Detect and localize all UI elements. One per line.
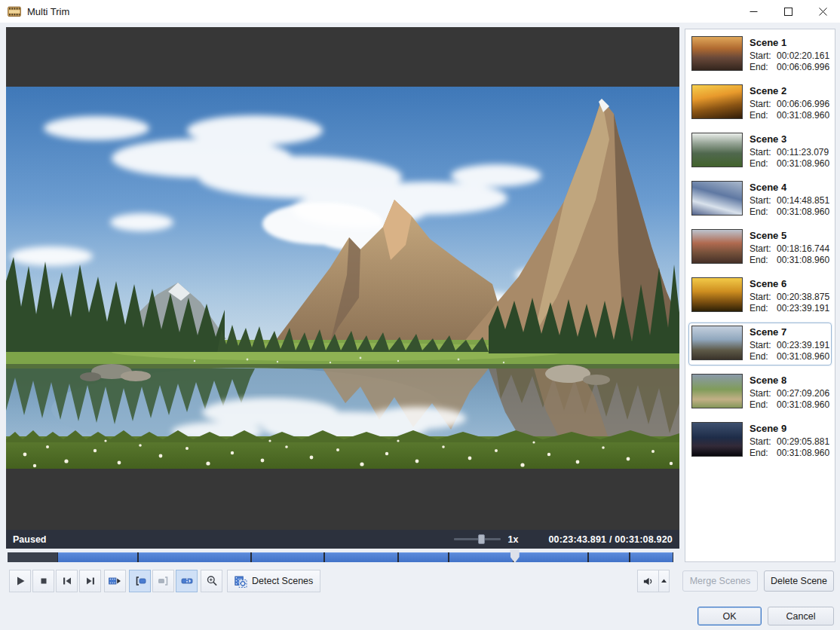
scene-title: Scene 2 (750, 85, 829, 96)
scene-start-time: 00:06:06.996 (777, 99, 829, 109)
multi-trim-dialog: { "window": { "title": "Multi Trim", "co… (0, 0, 840, 630)
scene-start-time: 00:29:05.881 (777, 436, 829, 447)
close-button[interactable] (805, 0, 840, 23)
scene-end-time: 00:31:08.960 (777, 110, 829, 121)
scene-end-time: 00:31:08.960 (777, 158, 829, 169)
timeline-track[interactable] (8, 552, 673, 562)
scene-item-5[interactable]: Scene 5 Start:00:18:16.744 End:00:31:08.… (688, 226, 832, 269)
cancel-button[interactable]: Cancel (768, 607, 834, 625)
scene-item-4[interactable]: Scene 4 Start:00:14:48.851 End:00:31:08.… (688, 178, 832, 221)
scene-thumbnail[interactable] (691, 181, 743, 216)
playback-status-bar: Paused 1x 00:23:43.891 / 00:31:08.920 (6, 530, 679, 549)
previous-frame-button[interactable] (56, 570, 78, 592)
time-display: 00:23:43.891 / 00:31:08.920 (548, 534, 673, 545)
trim-start-button[interactable] (129, 570, 151, 592)
scene-start-time: 00:23:39.191 (777, 340, 829, 350)
speed-label: 1x (508, 534, 519, 545)
trim-start-icon (134, 575, 146, 587)
scene-item-9[interactable]: Scene 9 Start:00:29:05.881 End:00:31:08.… (688, 419, 832, 462)
detect-scenes-button[interactable]: Detect Scenes (227, 570, 320, 592)
scene-start-time: 00:11:23.079 (777, 147, 829, 158)
stop-button[interactable] (32, 570, 54, 592)
timeline-scene-segment-2[interactable] (139, 552, 250, 562)
speed-slider[interactable] (454, 534, 501, 544)
playback-state-label: Paused (13, 534, 46, 545)
speed-slider-handle[interactable] (478, 534, 485, 544)
timeline-excluded-segment[interactable] (8, 552, 57, 562)
play-button[interactable] (9, 570, 31, 592)
scene-start-time: 00:14:48.851 (777, 195, 829, 206)
title-bar: Multi Trim (0, 0, 840, 23)
split-scene-button[interactable] (176, 570, 198, 592)
scene-thumbnail[interactable] (691, 277, 743, 312)
scene-title: Scene 1 (750, 37, 829, 48)
scene-end-time: 00:31:08.960 (777, 399, 829, 410)
volume-control (637, 570, 670, 592)
scene-thumbnail[interactable] (691, 326, 743, 360)
scene-end-time: 00:31:08.960 (777, 351, 829, 362)
scene-end-time: 00:31:08.960 (777, 206, 829, 217)
volume-expand-button[interactable] (658, 570, 670, 592)
timeline-scene-segment-1[interactable] (58, 552, 137, 562)
maximize-button[interactable] (771, 0, 805, 23)
scene-end-time: 00:23:39.191 (777, 303, 829, 313)
next-frame-icon (84, 575, 97, 587)
delete-scene-button[interactable]: Delete Scene (764, 570, 834, 592)
scene-title: Scene 7 (750, 326, 829, 338)
scene-item-6[interactable]: Scene 6 Start:00:20:38.875 End:00:23:39.… (688, 274, 832, 317)
scene-thumbnail[interactable] (691, 229, 743, 264)
scene-thumbnail[interactable] (691, 374, 743, 408)
play-scene-button[interactable] (104, 570, 126, 592)
scene-start-time: 00:02:20.161 (777, 50, 829, 61)
scene-title: Scene 5 (750, 230, 829, 241)
scene-end-time: 00:06:06.996 (777, 62, 829, 72)
scene-title: Scene 6 (750, 278, 829, 289)
scene-title: Scene 9 (750, 423, 829, 434)
scene-title: Scene 8 (750, 375, 829, 386)
next-frame-button[interactable] (79, 570, 101, 592)
minimize-icon (750, 8, 758, 16)
trim-end-icon (158, 575, 170, 587)
merge-scenes-button: Merge Scenes (682, 570, 758, 592)
detect-scenes-icon (235, 575, 247, 588)
scene-item-7[interactable]: Scene 7 Start:00:23:39.191 End:00:31:08.… (688, 323, 832, 365)
scene-end-time: 00:31:08.960 (777, 448, 829, 458)
scene-item-3[interactable]: Scene 3 Start:00:11:23.079 End:00:31:08.… (688, 130, 832, 173)
trim-end-button (152, 570, 174, 592)
play-scene-icon (109, 575, 121, 587)
scene-thumbnail[interactable] (691, 84, 743, 119)
zoom-in-icon (206, 575, 218, 587)
film-clip-icon (8, 6, 21, 17)
scene-item-1[interactable]: Scene 1 Start:00:02:20.161 End:00:06:06.… (688, 33, 832, 76)
volume-expand-icon (661, 578, 667, 584)
volume-icon (642, 576, 654, 587)
timeline-scene-segment-6[interactable] (449, 552, 512, 562)
video-preview[interactable] (6, 27, 679, 530)
scene-thumbnail[interactable] (691, 36, 743, 71)
timeline-scene-segment-8[interactable] (589, 552, 629, 562)
scene-thumbnail[interactable] (691, 422, 743, 457)
window-title: Multi Trim (27, 6, 69, 17)
minimize-button[interactable] (736, 0, 771, 23)
timeline-scene-segment-9[interactable] (630, 552, 673, 562)
scene-end-time: 00:31:08.960 (777, 255, 829, 265)
scene-list: Scene 1 Start:00:02:20.161 End:00:06:06.… (685, 29, 835, 562)
timeline-scene-segment-4[interactable] (325, 552, 397, 562)
scene-item-2[interactable]: Scene 2 Start:00:06:06.996 End:00:31:08.… (688, 81, 832, 124)
scene-thumbnail[interactable] (691, 133, 743, 167)
scene-title: Scene 3 (750, 133, 829, 145)
timeline-scene-segment-5[interactable] (399, 552, 448, 562)
play-icon (14, 575, 26, 587)
timeline-scene-segment-7[interactable] (514, 552, 587, 562)
playback-toolbar: Detect Scenes (9, 570, 320, 592)
timeline-scene-segment-3[interactable] (252, 552, 323, 562)
scene-item-8[interactable]: Scene 8 Start:00:27:09.206 End:00:31:08.… (688, 371, 832, 414)
scene-title: Scene 4 (750, 182, 829, 193)
scene-start-time: 00:18:16.744 (777, 243, 829, 254)
stop-icon (38, 575, 50, 587)
zoom-timeline-button[interactable] (201, 570, 222, 592)
volume-button[interactable] (637, 570, 658, 592)
speed-slider-track[interactable] (454, 538, 501, 540)
detect-scenes-label: Detect Scenes (252, 576, 313, 586)
ok-button[interactable]: OK (697, 607, 762, 625)
